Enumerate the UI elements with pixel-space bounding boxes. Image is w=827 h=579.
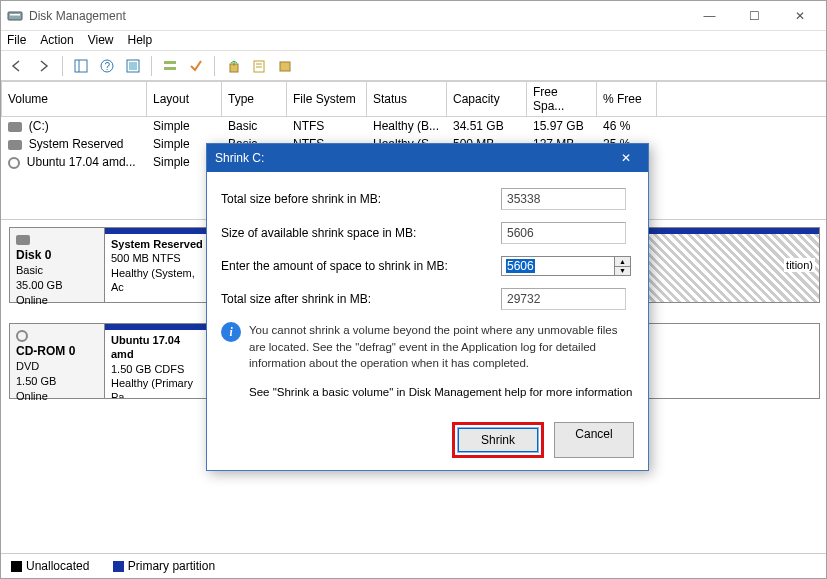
volume-table-header: Volume Layout Type File System Status Ca… [2, 82, 828, 117]
partition[interactable]: Ubuntu 17.04 amd1.50 GB CDFSHealthy (Pri… [105, 324, 210, 398]
value-total-after: 29732 [501, 288, 626, 310]
shrink-button-highlight: Shrink [452, 422, 544, 458]
maximize-button[interactable]: ☐ [732, 2, 777, 30]
menu-view[interactable]: View [88, 33, 114, 48]
value-available: 5606 [501, 222, 626, 244]
refresh-button[interactable] [222, 55, 244, 77]
cd-icon [8, 157, 20, 169]
minimize-button[interactable]: — [687, 2, 732, 30]
col-filesystem[interactable]: File System [287, 82, 367, 117]
show-hide-tree-button[interactable] [70, 55, 92, 77]
svg-rect-8 [164, 61, 176, 64]
legend-primary-swatch [113, 561, 124, 572]
disk-header[interactable]: Disk 0Basic35.00 GBOnline [10, 228, 105, 302]
col-pct-free[interactable]: % Free [597, 82, 657, 117]
disk-header[interactable]: CD-ROM 0DVD1.50 GBOnline [10, 324, 105, 398]
action-check-button[interactable] [185, 55, 207, 77]
col-layout[interactable]: Layout [147, 82, 222, 117]
back-button[interactable] [7, 55, 29, 77]
svg-rect-9 [164, 67, 176, 70]
volume-list-button[interactable] [159, 55, 181, 77]
col-status[interactable]: Status [367, 82, 447, 117]
cancel-button[interactable]: Cancel [554, 422, 634, 458]
value-total-before: 35338 [501, 188, 626, 210]
menubar: File Action View Help [1, 31, 827, 51]
legend: Unallocated Primary partition [1, 553, 827, 578]
legend-unallocated-label: Unallocated [26, 559, 89, 573]
shrink-button[interactable]: Shrink [458, 428, 538, 452]
more-info-text: See "Shrink a basic volume" in Disk Mana… [249, 386, 634, 398]
dialog-title: Shrink C: [215, 151, 612, 165]
properties-button[interactable] [248, 55, 270, 77]
app-icon [7, 8, 23, 24]
spin-down-button[interactable]: ▼ [615, 267, 630, 276]
svg-rect-1 [10, 14, 20, 16]
col-volume[interactable]: Volume [2, 82, 147, 117]
col-capacity[interactable]: Capacity [447, 82, 527, 117]
info-icon: i [221, 322, 241, 342]
svg-rect-2 [75, 60, 87, 72]
help-button[interactable]: ? [96, 55, 118, 77]
disk-icon [16, 235, 30, 245]
dialog-close-button[interactable]: ✕ [612, 144, 640, 172]
menu-help[interactable]: Help [128, 33, 153, 48]
shrink-dialog: Shrink C: ✕ Total size before shrink in … [206, 143, 649, 471]
label-enter-amount: Enter the amount of space to shrink in M… [221, 259, 501, 273]
spin-up-button[interactable]: ▲ [615, 257, 630, 267]
forward-button[interactable] [33, 55, 55, 77]
titlebar: Disk Management — ☐ ✕ [1, 1, 827, 31]
table-row[interactable]: (C:)SimpleBasicNTFSHealthy (B...34.51 GB… [2, 117, 828, 136]
partition[interactable]: System Reserved500 MB NTFSHealthy (Syste… [105, 228, 210, 302]
col-type[interactable]: Type [222, 82, 287, 117]
col-free-space[interactable]: Free Spa... [527, 82, 597, 117]
toolbar: ? [1, 51, 827, 81]
svg-rect-14 [280, 62, 290, 71]
close-button[interactable]: ✕ [777, 2, 822, 30]
svg-rect-7 [129, 62, 137, 70]
label-available: Size of available shrink space in MB: [221, 226, 501, 240]
label-total-before: Total size before shrink in MB: [221, 192, 501, 206]
label-total-after: Total size after shrink in MB: [221, 292, 501, 306]
shrink-amount-input[interactable]: 5606 [501, 256, 615, 276]
wizard-button[interactable] [274, 55, 296, 77]
svg-rect-0 [8, 12, 22, 20]
disk-icon [8, 140, 22, 150]
legend-primary-label: Primary partition [128, 559, 215, 573]
dialog-titlebar[interactable]: Shrink C: ✕ [207, 144, 648, 172]
info-text: You cannot shrink a volume beyond the po… [249, 322, 634, 372]
disk-icon [8, 122, 22, 132]
settings-button[interactable] [122, 55, 144, 77]
menu-action[interactable]: Action [40, 33, 73, 48]
window-title: Disk Management [29, 9, 687, 23]
cd-icon [16, 330, 28, 342]
svg-text:?: ? [105, 61, 111, 72]
legend-unallocated-swatch [11, 561, 22, 572]
menu-file[interactable]: File [7, 33, 26, 48]
